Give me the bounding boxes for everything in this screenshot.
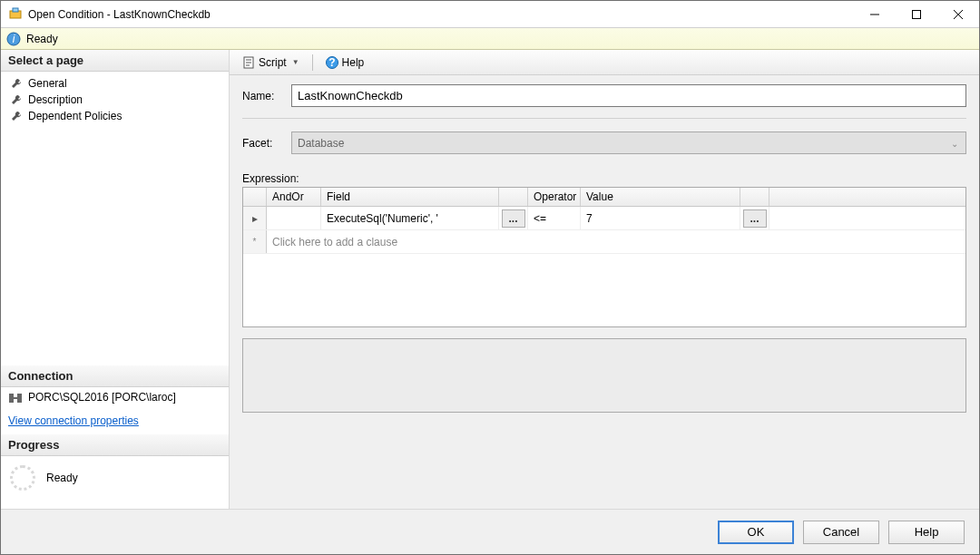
select-page-header: Select a page xyxy=(1,50,229,72)
cell-field-button: ... xyxy=(499,207,528,229)
cancel-button[interactable]: Cancel xyxy=(803,521,879,544)
value-ellipsis-button[interactable]: ... xyxy=(743,209,767,228)
dropdown-arrow-icon: ▼ xyxy=(292,58,299,66)
cell-operator[interactable]: <= xyxy=(528,207,581,229)
help-button[interactable]: Help xyxy=(888,521,965,544)
progress-spinner-icon xyxy=(10,465,35,491)
expression-label: Expression: xyxy=(242,172,966,185)
page-list: General Description Dependent Policies xyxy=(1,72,229,128)
server-icon xyxy=(8,391,23,405)
connection-text: PORC\SQL2016 [PORC\laroc] xyxy=(28,391,176,404)
help-icon: ? xyxy=(326,56,338,69)
facet-dropdown[interactable]: Database ⌄ xyxy=(291,131,966,154)
title-bar: Open Condition - LastKnownCheckdb xyxy=(1,1,979,28)
row-selector[interactable]: ▸ xyxy=(243,207,267,229)
grid-header-operator: Operator xyxy=(528,188,581,206)
grid-row[interactable]: ▸ ExecuteSql('Numeric', ' ... <= 7 ... xyxy=(243,207,965,230)
grid-header-valuebtn xyxy=(740,188,769,206)
cell-value-button: ... xyxy=(740,207,769,229)
svg-rect-3 xyxy=(913,10,921,18)
info-icon: i xyxy=(6,32,21,46)
facet-row: Facet: Database ⌄ xyxy=(242,131,966,154)
connection-info: PORC\SQL2016 [PORC\laroc] xyxy=(1,387,229,413)
toolbar: Script ▼ ? Help xyxy=(230,50,979,75)
expression-grid: AndOr Field Operator Value ▸ ExecuteSql(… xyxy=(242,187,966,327)
grid-add-row[interactable]: * Click here to add a clause xyxy=(243,230,965,254)
ok-button[interactable]: OK xyxy=(718,521,794,544)
sidebar-item-general[interactable]: General xyxy=(6,75,223,92)
name-row: Name: xyxy=(242,84,966,107)
connection-header: Connection xyxy=(1,365,229,387)
minimize-button[interactable] xyxy=(854,1,896,28)
close-button[interactable] xyxy=(937,1,979,28)
window-title: Open Condition - LastKnownCheckdb xyxy=(28,8,854,21)
script-icon xyxy=(242,56,255,69)
help-toolbar-button[interactable]: ? Help xyxy=(320,54,370,71)
facet-label: Facet: xyxy=(242,137,291,150)
progress-area: Ready xyxy=(1,456,229,509)
grid-header-selector xyxy=(243,188,267,206)
cell-andor[interactable] xyxy=(267,207,321,229)
sidebar-item-label: Dependent Policies xyxy=(28,110,122,122)
main-panel: Script ▼ ? Help Name: Facet: xyxy=(230,50,979,509)
svg-rect-9 xyxy=(17,394,22,403)
grid-header-field: Field xyxy=(321,188,499,206)
svg-text:i: i xyxy=(13,33,15,45)
wrench-icon xyxy=(10,77,23,90)
cell-value[interactable]: 7 xyxy=(581,207,740,229)
grid-header-fieldbtn xyxy=(499,188,528,206)
facet-value: Database xyxy=(298,137,344,150)
sidebar-item-label: Description xyxy=(28,93,83,106)
wrench-icon xyxy=(10,110,23,122)
svg-rect-1 xyxy=(13,8,18,12)
separator xyxy=(242,118,966,119)
toolbar-separator xyxy=(312,54,313,71)
row-new-indicator: * xyxy=(243,230,267,253)
description-box xyxy=(242,338,966,413)
sidebar: Select a page General Description Depend… xyxy=(1,50,230,509)
script-label: Script xyxy=(259,56,287,69)
sidebar-item-dependent-policies[interactable]: Dependent Policies xyxy=(6,108,223,124)
svg-text:?: ? xyxy=(328,56,335,69)
cell-field[interactable]: ExecuteSql('Numeric', ' xyxy=(321,207,499,229)
connection-link-wrap: View connection properties xyxy=(1,413,229,434)
name-label: Name: xyxy=(242,90,291,102)
maximize-button[interactable] xyxy=(896,1,937,28)
chevron-down-icon: ⌄ xyxy=(951,139,958,149)
app-icon xyxy=(8,7,23,22)
name-input[interactable] xyxy=(291,84,966,107)
sidebar-item-label: General xyxy=(28,77,67,90)
add-clause-text[interactable]: Click here to add a clause xyxy=(267,230,965,253)
grid-header-value: Value xyxy=(581,188,740,206)
grid-header: AndOr Field Operator Value xyxy=(243,188,965,207)
button-row: OK Cancel Help xyxy=(1,509,979,554)
script-button[interactable]: Script ▼ xyxy=(237,54,305,71)
wrench-icon xyxy=(10,93,23,106)
status-bar: i Ready xyxy=(1,28,979,50)
content-area: Name: Facet: Database ⌄ Expression: AndO… xyxy=(230,75,979,509)
view-connection-properties-link[interactable]: View connection properties xyxy=(8,414,139,427)
field-ellipsis-button[interactable]: ... xyxy=(502,209,525,228)
help-label: Help xyxy=(342,56,365,69)
progress-header: Progress xyxy=(1,434,229,456)
body: Select a page General Description Depend… xyxy=(1,50,979,509)
grid-header-andor: AndOr xyxy=(267,188,321,206)
svg-rect-8 xyxy=(9,394,14,403)
window: Open Condition - LastKnownCheckdb i Read… xyxy=(0,0,980,555)
status-text: Ready xyxy=(26,33,58,45)
sidebar-item-description[interactable]: Description xyxy=(6,92,223,108)
progress-text: Ready xyxy=(46,472,78,484)
